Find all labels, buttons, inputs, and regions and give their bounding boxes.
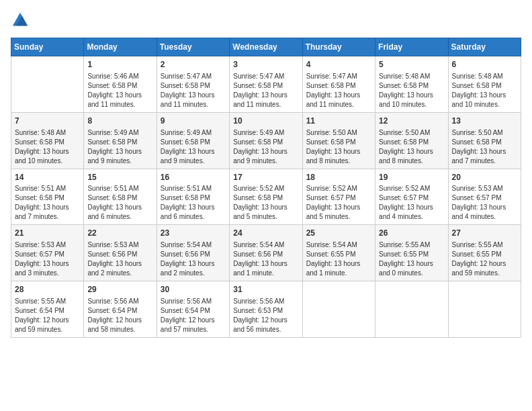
calendar-header-row: SundayMondayTuesdayWednesdayThursdayFrid… — [11, 38, 521, 56]
day-info: Sunrise: 5:49 AM Sunset: 6:58 PM Dayligh… — [233, 128, 298, 166]
calendar-cell: 8Sunrise: 5:49 AM Sunset: 6:58 PM Daylig… — [84, 112, 157, 169]
calendar-cell: 18Sunrise: 5:52 AM Sunset: 6:57 PM Dayli… — [302, 169, 375, 225]
day-info: Sunrise: 5:47 AM Sunset: 6:58 PM Dayligh… — [161, 72, 226, 109]
column-header-monday: Monday — [84, 38, 157, 56]
calendar-cell: 3Sunrise: 5:47 AM Sunset: 6:58 PM Daylig… — [230, 56, 302, 113]
calendar-week-row: 21Sunrise: 5:53 AM Sunset: 6:57 PM Dayli… — [11, 225, 521, 281]
day-info: Sunrise: 5:55 AM Sunset: 6:55 PM Dayligh… — [452, 240, 517, 278]
day-number: 6 — [452, 59, 517, 71]
day-number: 29 — [87, 284, 152, 295]
calendar-cell — [375, 281, 448, 338]
day-info: Sunrise: 5:51 AM Sunset: 6:58 PM Dayligh… — [15, 184, 80, 222]
day-number: 8 — [87, 116, 152, 127]
day-number: 4 — [306, 59, 371, 71]
calendar-cell: 20Sunrise: 5:53 AM Sunset: 6:57 PM Dayli… — [448, 169, 521, 225]
day-number: 25 — [306, 228, 371, 239]
calendar-cell: 28Sunrise: 5:55 AM Sunset: 6:54 PM Dayli… — [11, 281, 84, 338]
day-number: 27 — [452, 228, 517, 239]
day-number: 3 — [233, 59, 298, 71]
calendar-cell: 11Sunrise: 5:50 AM Sunset: 6:58 PM Dayli… — [302, 112, 375, 169]
calendar-cell: 29Sunrise: 5:56 AM Sunset: 6:54 PM Dayli… — [84, 281, 157, 338]
calendar-cell: 21Sunrise: 5:53 AM Sunset: 6:57 PM Dayli… — [11, 225, 84, 281]
calendar-cell: 17Sunrise: 5:52 AM Sunset: 6:58 PM Dayli… — [230, 169, 302, 225]
day-info: Sunrise: 5:52 AM Sunset: 6:57 PM Dayligh… — [379, 184, 444, 222]
calendar-week-row: 7Sunrise: 5:48 AM Sunset: 6:58 PM Daylig… — [11, 112, 521, 169]
day-number: 20 — [452, 172, 517, 183]
calendar-cell: 13Sunrise: 5:50 AM Sunset: 6:58 PM Dayli… — [448, 112, 521, 169]
calendar-cell: 5Sunrise: 5:48 AM Sunset: 6:58 PM Daylig… — [375, 56, 448, 113]
logo — [11, 11, 32, 30]
day-number: 21 — [15, 228, 80, 239]
calendar-cell: 24Sunrise: 5:54 AM Sunset: 6:56 PM Dayli… — [230, 225, 302, 281]
day-info: Sunrise: 5:53 AM Sunset: 6:57 PM Dayligh… — [452, 184, 517, 222]
day-info: Sunrise: 5:56 AM Sunset: 6:54 PM Dayligh… — [87, 297, 152, 334]
calendar-cell: 15Sunrise: 5:51 AM Sunset: 6:58 PM Dayli… — [84, 169, 157, 225]
day-number: 31 — [233, 284, 298, 295]
day-info: Sunrise: 5:55 AM Sunset: 6:55 PM Dayligh… — [379, 240, 444, 278]
day-number: 18 — [306, 172, 371, 183]
calendar-cell: 25Sunrise: 5:54 AM Sunset: 6:55 PM Dayli… — [302, 225, 375, 281]
logo-icon — [11, 11, 30, 30]
day-info: Sunrise: 5:50 AM Sunset: 6:58 PM Dayligh… — [306, 128, 371, 166]
column-header-sunday: Sunday — [11, 38, 84, 56]
day-info: Sunrise: 5:51 AM Sunset: 6:58 PM Dayligh… — [161, 184, 226, 222]
day-info: Sunrise: 5:49 AM Sunset: 6:58 PM Dayligh… — [161, 128, 226, 166]
calendar-table: SundayMondayTuesdayWednesdayThursdayFrid… — [11, 38, 521, 338]
day-number: 19 — [379, 172, 444, 183]
day-info: Sunrise: 5:48 AM Sunset: 6:58 PM Dayligh… — [15, 128, 80, 166]
day-number: 23 — [161, 228, 226, 239]
calendar-cell: 12Sunrise: 5:50 AM Sunset: 6:58 PM Dayli… — [375, 112, 448, 169]
day-number: 10 — [233, 116, 298, 127]
day-number: 30 — [161, 284, 226, 295]
day-info: Sunrise: 5:54 AM Sunset: 6:55 PM Dayligh… — [306, 240, 371, 278]
calendar-cell: 1Sunrise: 5:46 AM Sunset: 6:58 PM Daylig… — [84, 56, 157, 113]
calendar-cell: 4Sunrise: 5:47 AM Sunset: 6:58 PM Daylig… — [302, 56, 375, 113]
day-number: 14 — [15, 172, 80, 183]
calendar-cell: 14Sunrise: 5:51 AM Sunset: 6:58 PM Dayli… — [11, 169, 84, 225]
calendar-cell: 31Sunrise: 5:56 AM Sunset: 6:53 PM Dayli… — [230, 281, 302, 338]
day-info: Sunrise: 5:51 AM Sunset: 6:58 PM Dayligh… — [87, 184, 152, 222]
day-number: 12 — [379, 116, 444, 127]
calendar-cell: 6Sunrise: 5:48 AM Sunset: 6:58 PM Daylig… — [448, 56, 521, 113]
day-number: 11 — [306, 116, 371, 127]
day-number: 26 — [379, 228, 444, 239]
calendar-cell: 16Sunrise: 5:51 AM Sunset: 6:58 PM Dayli… — [157, 169, 229, 225]
calendar-cell: 10Sunrise: 5:49 AM Sunset: 6:58 PM Dayli… — [230, 112, 302, 169]
day-number: 2 — [161, 59, 226, 71]
calendar-cell: 19Sunrise: 5:52 AM Sunset: 6:57 PM Dayli… — [375, 169, 448, 225]
calendar-week-row: 28Sunrise: 5:55 AM Sunset: 6:54 PM Dayli… — [11, 281, 521, 338]
day-number: 28 — [15, 284, 80, 295]
column-header-saturday: Saturday — [448, 38, 521, 56]
day-info: Sunrise: 5:49 AM Sunset: 6:58 PM Dayligh… — [87, 128, 152, 166]
day-info: Sunrise: 5:47 AM Sunset: 6:58 PM Dayligh… — [306, 72, 371, 109]
day-info: Sunrise: 5:53 AM Sunset: 6:56 PM Dayligh… — [87, 240, 152, 278]
column-header-thursday: Thursday — [302, 38, 375, 56]
day-number: 7 — [15, 116, 80, 127]
calendar-cell: 9Sunrise: 5:49 AM Sunset: 6:58 PM Daylig… — [157, 112, 229, 169]
day-info: Sunrise: 5:52 AM Sunset: 6:58 PM Dayligh… — [233, 184, 298, 222]
day-number: 17 — [233, 172, 298, 183]
page-header — [11, 11, 521, 30]
day-number: 5 — [379, 59, 444, 71]
column-header-tuesday: Tuesday — [157, 38, 229, 56]
day-info: Sunrise: 5:55 AM Sunset: 6:54 PM Dayligh… — [15, 297, 80, 334]
day-info: Sunrise: 5:50 AM Sunset: 6:58 PM Dayligh… — [452, 128, 517, 166]
calendar-cell — [448, 281, 521, 338]
day-number: 9 — [161, 116, 226, 127]
day-number: 15 — [87, 172, 152, 183]
calendar-cell: 22Sunrise: 5:53 AM Sunset: 6:56 PM Dayli… — [84, 225, 157, 281]
calendar-week-row: 14Sunrise: 5:51 AM Sunset: 6:58 PM Dayli… — [11, 169, 521, 225]
calendar-cell — [302, 281, 375, 338]
calendar-cell: 27Sunrise: 5:55 AM Sunset: 6:55 PM Dayli… — [448, 225, 521, 281]
calendar-cell: 23Sunrise: 5:54 AM Sunset: 6:56 PM Dayli… — [157, 225, 229, 281]
calendar-cell: 2Sunrise: 5:47 AM Sunset: 6:58 PM Daylig… — [157, 56, 229, 113]
day-info: Sunrise: 5:48 AM Sunset: 6:58 PM Dayligh… — [379, 72, 444, 109]
day-info: Sunrise: 5:48 AM Sunset: 6:58 PM Dayligh… — [452, 72, 517, 109]
day-info: Sunrise: 5:54 AM Sunset: 6:56 PM Dayligh… — [161, 240, 226, 278]
day-number: 13 — [452, 116, 517, 127]
calendar-cell: 7Sunrise: 5:48 AM Sunset: 6:58 PM Daylig… — [11, 112, 84, 169]
calendar-week-row: 1Sunrise: 5:46 AM Sunset: 6:58 PM Daylig… — [11, 56, 521, 113]
day-number: 22 — [87, 228, 152, 239]
day-info: Sunrise: 5:54 AM Sunset: 6:56 PM Dayligh… — [233, 240, 298, 278]
day-number: 16 — [161, 172, 226, 183]
